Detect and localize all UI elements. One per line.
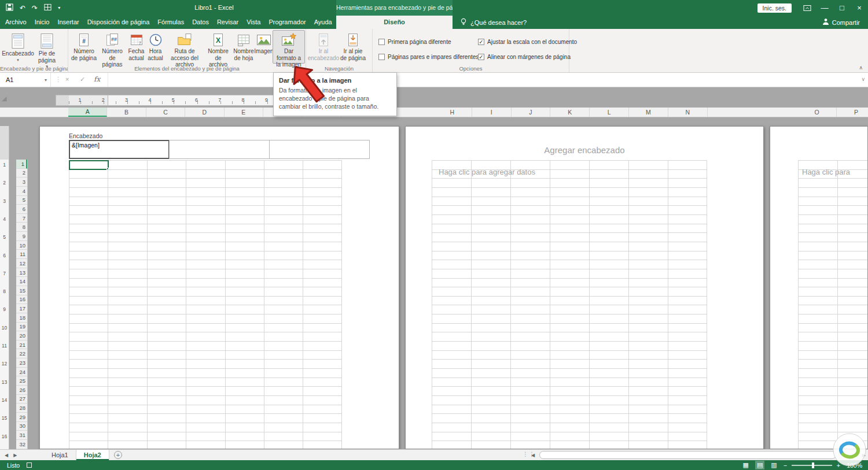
collapse-ribbon-icon[interactable]: ∧ <box>859 65 863 71</box>
row-header-22[interactable]: 22 <box>16 349 27 358</box>
button-encabezado[interactable]: Encabezado▾ <box>2 30 34 64</box>
row-header-14[interactable]: 14 <box>16 277 27 286</box>
row-header-17[interactable]: 17 <box>16 304 27 313</box>
tab-archivo[interactable]: Archivo <box>1 16 31 29</box>
hscroll-left-icon[interactable]: ◀ <box>531 450 535 460</box>
header-section-right[interactable] <box>269 140 370 159</box>
column-header-I[interactable]: I <box>472 108 512 117</box>
row-header-3[interactable]: 3 <box>16 177 27 187</box>
share-button[interactable]: Compartir <box>822 16 860 29</box>
maximize-button[interactable]: □ <box>833 0 851 16</box>
column-header-O[interactable]: O <box>797 108 837 117</box>
tab-programador[interactable]: Programador <box>264 16 310 29</box>
macro-record-icon[interactable] <box>27 462 32 468</box>
row-header-1[interactable]: 1 <box>16 160 27 169</box>
row-header-18[interactable]: 18 <box>16 313 27 323</box>
formula-input[interactable] <box>108 73 858 87</box>
column-header-C[interactable]: C <box>146 108 185 117</box>
zoom-out-icon[interactable]: − <box>784 462 787 469</box>
row-header-28[interactable]: 28 <box>16 404 27 413</box>
add-header-placeholder[interactable]: Agregar encabezado <box>406 145 763 155</box>
sign-in-button[interactable]: Inic. ses. <box>757 3 792 13</box>
click-to-add-data-placeholder[interactable]: Haga clic para agregar datos <box>439 168 535 176</box>
row-header-13[interactable]: 13 <box>16 268 27 277</box>
checkbox-paginas-pares-e-impares-diferentes[interactable]: Páginas pares e impares diferentes <box>378 49 478 64</box>
ribbon-display-options-icon[interactable] <box>799 0 816 16</box>
tab-vista[interactable]: Vista <box>242 16 264 29</box>
row-header-29[interactable]: 29 <box>16 413 27 422</box>
tab-inicio[interactable]: Inicio <box>31 16 54 29</box>
row-header-25[interactable]: 25 <box>16 376 27 386</box>
header-section-center[interactable] <box>169 140 270 159</box>
row-header-5[interactable]: 5 <box>16 196 27 205</box>
row-header-31[interactable]: 31 <box>16 431 27 440</box>
fill-handle[interactable] <box>106 168 109 170</box>
enter-icon[interactable]: ✓ <box>80 76 85 83</box>
column-header-J[interactable]: J <box>512 108 551 117</box>
button-pie-de-pagina[interactable]: Pie de página▾ <box>34 30 60 64</box>
column-header-B[interactable]: B <box>107 108 146 117</box>
sheet-grid-page1[interactable] <box>69 160 342 449</box>
tell-me-box[interactable]: ¿Qué desea hacer? <box>460 16 527 29</box>
column-header-N[interactable]: N <box>668 108 708 117</box>
row-header-24[interactable]: 24 <box>16 368 27 377</box>
row-header-23[interactable]: 23 <box>16 358 27 368</box>
prev-sheet-icon[interactable]: ◀ <box>5 453 8 458</box>
tab-formulas[interactable]: Fórmulas <box>153 16 188 29</box>
button-ruta-de-acceso-del-archivo[interactable]: Ruta de acceso del archivo <box>165 30 204 64</box>
row-header-6[interactable]: 6 <box>16 205 27 214</box>
button-numero-de-paginas[interactable]: ##Número de páginas <box>98 30 127 64</box>
tab-datos[interactable]: Datos <box>188 16 213 29</box>
column-header-L[interactable]: L <box>590 108 629 117</box>
sheet-grid-page3[interactable] <box>798 160 868 449</box>
qat-customize-icon[interactable]: ▾ <box>58 6 60 10</box>
column-header-H[interactable]: H <box>433 108 472 117</box>
column-header-E[interactable]: E <box>225 108 263 117</box>
button-ir-al-pie-de-pagina[interactable]: Ir al pie de página <box>339 30 367 64</box>
zoom-slider-thumb[interactable] <box>812 462 814 468</box>
zoom-slider[interactable] <box>792 465 832 466</box>
insert-function-icon[interactable]: fx <box>94 75 100 83</box>
button-fecha-actual[interactable]: 7Fecha actual <box>127 30 146 64</box>
redo-icon[interactable]: ↷ <box>32 5 38 12</box>
click-to-add-data-placeholder-2[interactable]: Haga clic para <box>802 168 850 176</box>
cancel-icon[interactable]: × <box>65 76 69 83</box>
row-header-26[interactable]: 26 <box>16 386 27 395</box>
checkbox-alinear-con-margenes-de-pagina[interactable]: ✓Alinear con márgenes de página <box>478 49 577 64</box>
view-normal-icon[interactable]: ▦ <box>741 461 751 469</box>
row-header-10[interactable]: 10 <box>16 241 27 250</box>
column-header-D[interactable]: D <box>185 108 224 117</box>
tab-insertar[interactable]: Insertar <box>53 16 83 29</box>
checkbox-ajustar-la-escala-con-el-documento[interactable]: ✓Ajustar la escala con el documento <box>478 34 577 49</box>
row-header-21[interactable]: 21 <box>16 341 27 350</box>
name-box[interactable]: A1 ▾ <box>0 73 51 87</box>
row-header-27[interactable]: 27 <box>16 395 27 404</box>
minimize-button[interactable]: — <box>816 0 833 16</box>
button-nombre-de-hoja[interactable]: Nombre de hoja <box>232 30 255 64</box>
button-numero-de-pagina[interactable]: #Número de página <box>70 30 98 64</box>
row-header-19[interactable]: 19 <box>16 323 27 332</box>
sheet-tab-hoja2[interactable]: Hoja2 <box>76 450 109 460</box>
horizontal-scrollbar-thumb[interactable] <box>539 451 836 459</box>
row-header-30[interactable]: 30 <box>16 422 27 431</box>
sheet-tab-hoja1[interactable]: Hoja1 <box>44 450 76 460</box>
column-header-M[interactable]: M <box>629 108 668 117</box>
tab-revisar[interactable]: Revisar <box>213 16 242 29</box>
row-header-9[interactable]: 9 <box>16 232 27 241</box>
row-header-11[interactable]: 11 <box>16 250 27 259</box>
row-header-2[interactable]: 2 <box>16 169 27 178</box>
view-page-layout-icon[interactable]: ▤ <box>755 461 764 469</box>
undo-icon[interactable]: ↶ <box>20 5 25 12</box>
add-sheet-button[interactable]: + <box>114 451 122 459</box>
column-header-A[interactable]: A <box>68 108 107 117</box>
horizontal-scrollbar[interactable] <box>539 451 859 459</box>
column-header-K[interactable]: K <box>550 108 590 117</box>
vertical-ruler[interactable]: 12345678910111213141516 <box>0 126 9 449</box>
button-nombre-de-archivo[interactable]: XNombre de archivo <box>204 30 232 64</box>
checkbox-primera-pagina-diferente[interactable]: Primera página diferente <box>378 34 478 49</box>
row-header-7[interactable]: 7 <box>16 214 27 223</box>
row-header-20[interactable]: 20 <box>16 331 27 341</box>
close-button[interactable]: × <box>851 0 868 16</box>
sheet-grid-page2[interactable] <box>432 160 707 449</box>
selected-cell-A1[interactable] <box>69 160 109 170</box>
